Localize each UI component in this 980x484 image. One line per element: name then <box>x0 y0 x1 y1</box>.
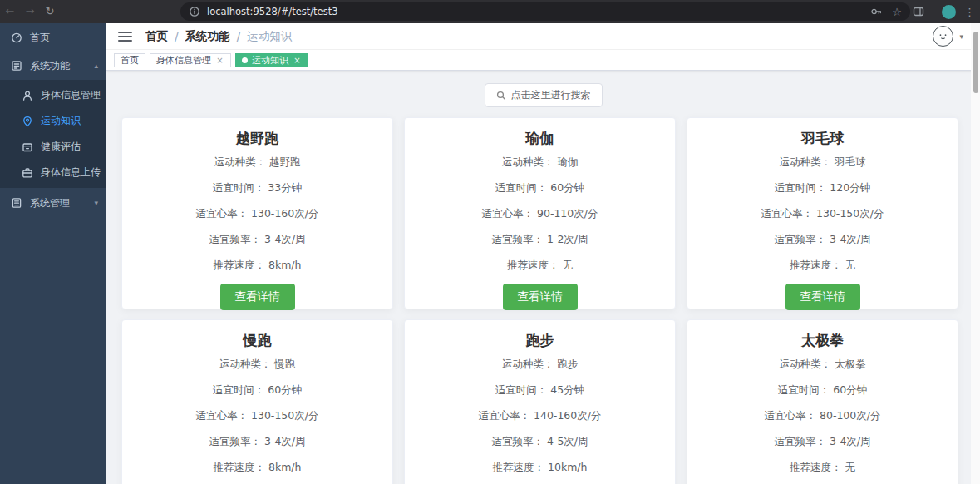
row-value: 130-150次/分 <box>251 409 318 422</box>
row-value: 4-5次/周 <box>547 435 588 447</box>
browser-profile-avatar[interactable] <box>942 5 956 19</box>
card-title: 太极拳 <box>687 330 958 350</box>
password-key-icon[interactable] <box>870 6 882 17</box>
card-row: 适宜心率：130-150次/分 <box>687 206 958 220</box>
row-label: 适宜心率： <box>761 207 814 220</box>
view-detail-button[interactable]: 查看详情 <box>503 284 578 310</box>
row-label: 适宜心率： <box>196 207 249 220</box>
sidebar-item-body-info-upload[interactable]: 身体信息上传 <box>0 160 106 185</box>
dashboard-icon <box>11 32 22 43</box>
hamburger-icon[interactable] <box>118 31 132 42</box>
card-row: 适宜时间：120分钟 <box>687 180 958 195</box>
row-value: 3-4次/周 <box>830 435 871 447</box>
sidebar-item-sport-knowledge[interactable]: 运动知识 <box>0 108 106 134</box>
active-dot <box>242 57 248 63</box>
row-value: 无 <box>845 461 856 473</box>
card-row: 适宜心率：130-150次/分 <box>122 408 392 422</box>
sidebar-group-system-functions[interactable]: 系统功能 ▴ <box>0 52 106 80</box>
row-value: 无 <box>845 259 856 271</box>
row-value: 120分钟 <box>830 181 870 194</box>
row-label: 运动种类： <box>780 358 832 370</box>
card-row: 适宜心率：80-100次/分 <box>687 408 958 422</box>
url-text[interactable]: localhost:9528/#/test/test3 <box>207 6 870 17</box>
sidebar-item-health-evaluation[interactable]: 健康评估 <box>0 134 106 160</box>
row-value: 1-2次/周 <box>547 233 588 245</box>
breadcrumb-item-home[interactable]: 首页 <box>145 29 168 44</box>
row-label: 适宜频率： <box>774 233 826 245</box>
row-label: 适宜时间： <box>778 383 830 396</box>
caret-down-icon[interactable]: ▾ <box>959 32 963 41</box>
tag-label: 首页 <box>121 54 139 67</box>
browser-forward-icon[interactable]: → <box>20 0 40 23</box>
card-row: 运动种类：瑜伽 <box>405 155 675 169</box>
row-value: 10km/h <box>548 461 587 473</box>
tag-home[interactable]: 首页 <box>114 53 145 67</box>
row-value: 瑜伽 <box>557 156 578 168</box>
row-label: 适宜时间： <box>213 383 265 396</box>
breadcrumb-separator: / <box>175 30 179 43</box>
row-value: 慢跑 <box>274 358 295 370</box>
card-row: 适宜心率：130-160次/分 <box>122 206 392 220</box>
address-bar[interactable]: localhost:9528/#/test/test3 ☆ <box>180 2 910 21</box>
app-header: 首页 / 系统功能 / 运动知识 ▾ <box>106 23 980 50</box>
briefcase-icon <box>22 167 33 179</box>
browser-back-icon[interactable]: ← <box>0 0 20 23</box>
row-value: 8km/h <box>268 461 302 473</box>
card-row: 运动种类：慢跑 <box>122 357 392 371</box>
browser-refresh-icon[interactable]: ↻ <box>40 0 60 23</box>
view-detail-button[interactable]: 查看详情 <box>785 284 860 310</box>
card-row: 适宜频率：4-5次/周 <box>405 434 675 448</box>
user-avatar[interactable] <box>933 26 953 47</box>
row-label: 推荐速度： <box>213 461 265 473</box>
tag-body-info-management[interactable]: 身体信息管理 × <box>150 53 231 67</box>
sidebar-group-label: 系统功能 <box>30 59 70 73</box>
browser-menu-icon[interactable]: ⋮ <box>964 6 975 18</box>
row-value: 8km/h <box>268 259 302 271</box>
chevron-down-icon: ▾ <box>94 199 98 207</box>
search-button[interactable]: 点击这里进行搜索 <box>485 83 603 107</box>
breadcrumb-item-system-functions[interactable]: 系统功能 <box>185 29 230 44</box>
main-content: 点击这里进行搜索 越野跑 运动种类：越野跑 适宜时间：33分钟 适宜心率：130… <box>106 71 980 484</box>
row-label: 推荐速度： <box>790 259 842 271</box>
sidebar: 首页 系统功能 ▴ 身体信息管理 运动知识 健康评估 <box>0 23 106 484</box>
row-label: 适宜心率： <box>482 207 534 220</box>
scrollbar-thumb[interactable] <box>973 32 978 93</box>
close-icon[interactable]: × <box>215 56 224 65</box>
sidebar-group-system-admin[interactable]: 系统管理 ▾ <box>0 188 106 218</box>
sidebar-item-body-info-management[interactable]: 身体信息管理 <box>0 82 106 108</box>
sport-card-cross-country: 越野跑 运动种类：越野跑 适宜时间：33分钟 适宜心率：130-160次/分 适… <box>121 117 393 309</box>
row-value: 羽毛球 <box>835 156 866 168</box>
row-label: 推荐速度： <box>790 461 842 473</box>
row-label: 运动种类： <box>219 358 272 370</box>
search-button-label: 点击这里进行搜索 <box>511 88 591 102</box>
close-icon[interactable]: × <box>293 56 302 65</box>
page-scrollbar[interactable] <box>971 23 980 484</box>
row-value: 130-150次/分 <box>816 207 884 220</box>
bookmark-star-icon[interactable]: ☆ <box>892 6 902 18</box>
map-pin-icon <box>22 116 33 127</box>
view-detail-button[interactable]: 查看详情 <box>220 284 295 310</box>
breadcrumb-separator: / <box>237 30 241 43</box>
card-row: 运动种类：太极拳 <box>687 357 958 371</box>
row-label: 适宜心率： <box>479 409 531 422</box>
card-row: 推荐速度：无 <box>687 258 958 272</box>
row-label: 适宜时间： <box>495 181 548 194</box>
chrome-separator <box>933 6 933 17</box>
sidebar-item-label: 身体信息上传 <box>41 165 101 180</box>
site-info-icon[interactable] <box>189 6 200 17</box>
sidebar-item-home[interactable]: 首页 <box>0 23 106 52</box>
row-label: 运动种类： <box>214 156 267 168</box>
tag-sport-knowledge[interactable]: 运动知识 × <box>235 53 308 67</box>
side-panel-icon[interactable] <box>913 6 924 17</box>
sport-card-yoga: 瑜伽 运动种类：瑜伽 适宜时间：60分钟 适宜心率：90-110次/分 适宜频率… <box>404 117 676 309</box>
row-value: 3-4次/周 <box>264 233 306 245</box>
row-label: 推荐速度： <box>493 461 545 473</box>
card-row: 适宜频率：3-4次/周 <box>122 232 392 246</box>
search-icon <box>496 91 506 101</box>
row-value: 跑步 <box>557 358 578 370</box>
row-value: 3-4次/周 <box>264 435 306 447</box>
card-title: 跑步 <box>405 330 675 350</box>
sidebar-group-label: 系统管理 <box>30 196 70 210</box>
row-label: 适宜频率： <box>491 233 544 245</box>
card-row: 适宜频率：3-4次/周 <box>687 232 958 246</box>
